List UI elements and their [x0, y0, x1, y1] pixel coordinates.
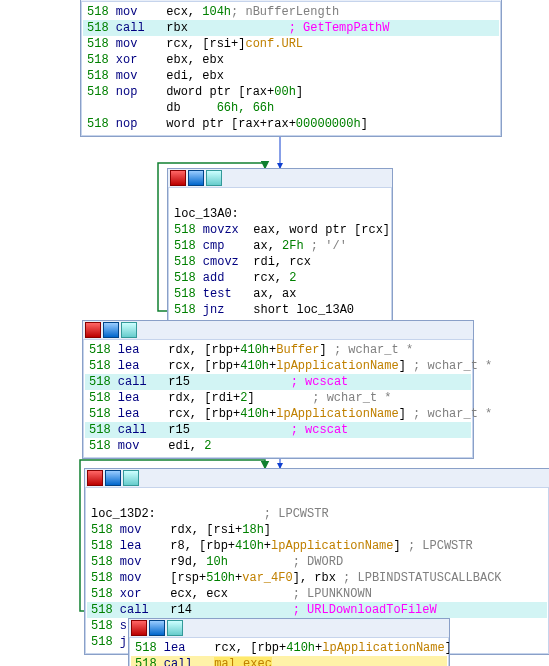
block-label: loc_13A0: [174, 207, 239, 221]
titlebar-icon [149, 620, 165, 636]
asm-row: 518 call mal_exec [131, 656, 447, 666]
asm-row: 518 call r15 ; wcscat [85, 374, 471, 390]
asm-row: 518 lea rcx, [rbp+410h+lpApplicationName… [85, 406, 471, 422]
block-body: 518 lea rcx, [rbp+410h+lpApplicationName… [129, 638, 449, 666]
asm-row: 518 xor ecx, ecx ; LPUNKNOWN [87, 586, 547, 602]
asm-row: 518 lea r8, [rbp+410h+lpApplicationName]… [87, 538, 547, 554]
asm-row: 518 cmovz rdi, rcx [170, 254, 390, 270]
titlebar-icon [206, 170, 222, 186]
basic-block-2[interactable]: loc_13A0: 518 movzx eax, word ptr [rcx]5… [167, 168, 393, 323]
titlebar-icon [105, 470, 121, 486]
asm-row: 518 lea rdx, [rdi+2] ; wchar_t * [85, 390, 471, 406]
titlebar-icon [170, 170, 186, 186]
block-body: 518 lea rdx, [rbp+410h+Buffer] ; wchar_t… [83, 340, 473, 458]
block-label: loc_13D2: [91, 507, 156, 521]
comment: ; LPCWSTR [264, 507, 329, 521]
asm-row: 518 cmp ax, 2Fh ; '/' [170, 238, 390, 254]
asm-row: 518 lea rdx, [rbp+410h+Buffer] ; wchar_t… [85, 342, 471, 358]
basic-block-1[interactable]: 518 mov ecx, 104h; nBufferLength518 call… [80, 0, 502, 137]
basic-block-5[interactable]: 518 lea rcx, [rbp+410h+lpApplicationName… [128, 618, 450, 666]
block-titlebar [83, 321, 473, 340]
asm-row: 518 mov edi, 2 [85, 438, 471, 454]
asm-row: 518 mov rdx, [rsi+18h] [87, 522, 547, 538]
titlebar-icon [131, 620, 147, 636]
asm-row: 518 jnz short loc_13A0 [170, 302, 390, 318]
block-body: loc_13A0: 518 movzx eax, word ptr [rcx]5… [168, 188, 392, 322]
asm-row: 518 call rbx ; GetTempPathW [83, 20, 499, 36]
asm-row: 518 lea rcx, [rbp+410h+lpApplicationName… [85, 358, 471, 374]
graph-canvas: 518 mov ecx, 104h; nBufferLength518 call… [0, 0, 549, 666]
block-body: 518 mov ecx, 104h; nBufferLength518 call… [81, 2, 501, 136]
asm-row: db 66h, 66h [83, 100, 499, 116]
titlebar-icon [188, 170, 204, 186]
titlebar-icon [103, 322, 119, 338]
asm-row: 518 mov edi, ebx [83, 68, 499, 84]
asm-row: 518 call r15 ; wcscat [85, 422, 471, 438]
asm-row: 518 mov ecx, 104h; nBufferLength [83, 4, 499, 20]
asm-row: 518 call r14 ; URLDownloadToFileW [87, 602, 547, 618]
asm-row: 518 xor ebx, ebx [83, 52, 499, 68]
asm-row: 518 nop word ptr [rax+rax+00000000h] [83, 116, 499, 132]
asm-row: 518 add rcx, 2 [170, 270, 390, 286]
asm-row: 518 mov rcx, [rsi+]conf.URL [83, 36, 499, 52]
titlebar-icon [167, 620, 183, 636]
asm-row: 518 test ax, ax [170, 286, 390, 302]
asm-row: 518 lea rcx, [rbp+410h+lpApplicationName… [131, 640, 447, 656]
block-titlebar [85, 469, 549, 488]
block-titlebar [129, 619, 449, 638]
asm-row: 518 mov [rsp+510h+var_4F0], rbx ; LPBIND… [87, 570, 547, 586]
asm-row: 518 movzx eax, word ptr [rcx] [170, 222, 390, 238]
titlebar-icon [121, 322, 137, 338]
block-titlebar [168, 169, 392, 188]
titlebar-icon [85, 322, 101, 338]
titlebar-icon [87, 470, 103, 486]
asm-row: 518 mov r9d, 10h ; DWORD [87, 554, 547, 570]
titlebar-icon [123, 470, 139, 486]
basic-block-3[interactable]: 518 lea rdx, [rbp+410h+Buffer] ; wchar_t… [82, 320, 474, 459]
asm-row: 518 nop dword ptr [rax+00h] [83, 84, 499, 100]
